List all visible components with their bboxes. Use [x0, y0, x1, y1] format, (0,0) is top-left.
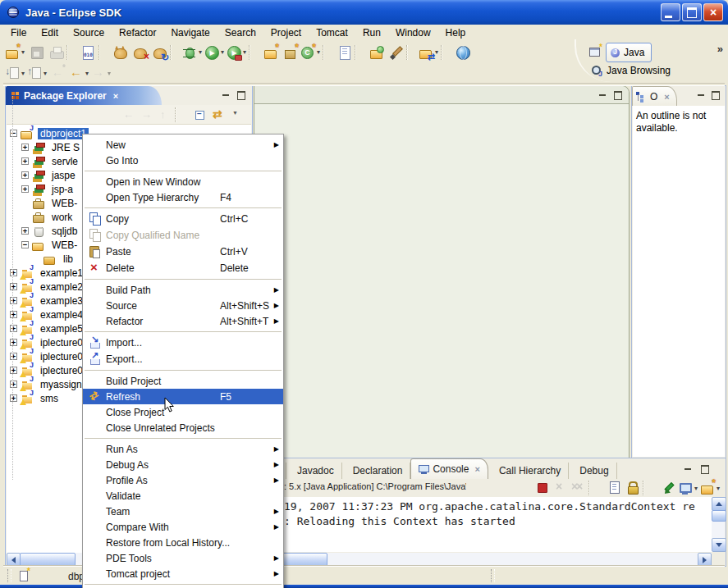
new-class-icon[interactable]: ▾	[300, 43, 323, 62]
pe-up-icon[interactable]	[156, 107, 174, 123]
tree-expander[interactable]: +	[10, 297, 17, 304]
menu-run[interactable]: Run	[355, 25, 388, 40]
menu-navigate[interactable]: Navigate	[163, 25, 217, 40]
menu-item-validate[interactable]: Validate	[83, 488, 283, 504]
tree-expander[interactable]: +	[10, 353, 17, 360]
dropdown-arrow-icon[interactable]: ▾	[243, 48, 249, 56]
outline-tab[interactable]: O ×	[632, 86, 677, 106]
menu-item-separator[interactable]	[83, 205, 283, 211]
menu-search[interactable]: Search	[217, 25, 263, 40]
tree-expander[interactable]: +	[10, 311, 17, 318]
save-icon[interactable]	[27, 43, 47, 62]
minimize-window-button[interactable]	[661, 3, 680, 21]
tree-expander[interactable]: +	[10, 325, 17, 332]
tree-expander[interactable]: +	[21, 144, 29, 151]
run-icon[interactable]: ▾	[204, 43, 227, 62]
clear-console-icon[interactable]	[606, 479, 624, 497]
toolbar-separator[interactable]	[98, 43, 111, 62]
perspective-overflow-chevron[interactable]: »	[717, 43, 721, 55]
maximize-view-button[interactable]	[236, 91, 245, 99]
menu-item-build-project[interactable]: Build Project	[83, 373, 283, 389]
menu-item-tomcat-project[interactable]: Tomcat project ▶	[83, 566, 283, 581]
tree-expander[interactable]: +	[21, 171, 29, 179]
tree-expander[interactable]: +	[21, 185, 29, 193]
open-console-icon[interactable]: ▾	[700, 479, 722, 497]
team-sync-icon[interactable]: ▾	[419, 43, 441, 62]
menu-item-close-project[interactable]: Close Project	[83, 404, 283, 420]
view-menu-icon[interactable]	[228, 107, 246, 123]
tree-expander[interactable]: +	[10, 381, 17, 388]
dropdown-arrow-icon[interactable]: ▾	[317, 48, 323, 56]
print-icon[interactable]	[47, 43, 66, 62]
menu-item-refactor[interactable]: Refactor Alt+Shift+T ▶	[83, 313, 283, 329]
menu-item-export[interactable]: Export...	[83, 351, 283, 367]
maximize-view-button[interactable]	[711, 91, 720, 99]
menu-item-separator[interactable]	[83, 435, 283, 441]
menu-item-close-unrelated-projects[interactable]: Close Unrelated Projects	[83, 420, 283, 435]
toolbar-separator[interactable]	[170, 43, 182, 62]
remove-all-icon[interactable]	[570, 479, 588, 497]
menu-item-paste[interactable]: Paste Ctrl+V	[83, 244, 283, 260]
menu-item-team[interactable]: Team ▶	[83, 504, 283, 519]
menu-project[interactable]: Project	[263, 25, 309, 40]
tree-expander[interactable]: +	[10, 339, 17, 346]
remove-launch-icon[interactable]	[552, 479, 570, 497]
pe-back-icon[interactable]	[120, 107, 138, 123]
tree-expander[interactable]: +	[21, 157, 29, 165]
minimize-editor-button[interactable]	[598, 91, 607, 99]
pin-console-icon[interactable]	[660, 479, 678, 497]
tree-expander[interactable]: +	[21, 227, 29, 235]
menu-window[interactable]: Window	[388, 25, 438, 40]
tab-debug[interactable]: Debug	[569, 463, 616, 479]
console-toolbar-separator[interactable]	[642, 479, 660, 497]
link-editor-icon[interactable]	[210, 107, 228, 123]
menu-help[interactable]: Help	[438, 25, 474, 40]
tree-expander[interactable]: −	[10, 130, 17, 137]
new-java-project-icon[interactable]	[261, 43, 281, 62]
display-console-icon[interactable]: ▾	[678, 479, 700, 497]
console-hscrollbar[interactable]	[255, 553, 712, 565]
menu-item-open-in-new-window[interactable]: Open in New Window	[83, 174, 283, 189]
menu-item-import[interactable]: Import...	[83, 335, 283, 351]
menu-item-build-path[interactable]: Build Path ▶	[83, 282, 283, 298]
back-icon[interactable]: ▾	[69, 63, 91, 83]
menu-item-separator[interactable]	[83, 168, 283, 174]
console-vscrollbar[interactable]	[712, 497, 725, 552]
scroll-left-icon[interactable]	[7, 553, 21, 567]
status-grip[interactable]	[491, 569, 495, 582]
minimize-view-button[interactable]	[222, 91, 231, 99]
new-package-icon[interactable]	[281, 43, 300, 62]
menu-item-separator[interactable]	[83, 367, 283, 373]
package-explorer-tab[interactable]: Package Explorer ×	[6, 86, 162, 105]
menu-tomcat[interactable]: Tomcat	[309, 25, 355, 40]
toolbar-separator[interactable]	[355, 43, 367, 62]
tomcat-start-icon[interactable]	[111, 43, 130, 62]
tree-expander[interactable]: +	[10, 283, 17, 290]
dropdown-arrow-icon[interactable]: ▾	[43, 70, 49, 77]
menu-item-refresh[interactable]: Refresh F5	[83, 389, 283, 404]
menu-item-copy[interactable]: Copy Ctrl+C	[83, 211, 283, 227]
menu-item-source[interactable]: Source Alt+Shift+S ▶	[83, 298, 283, 313]
dropdown-arrow-icon[interactable]: ▾	[108, 70, 113, 77]
menu-item-open-type-hierarchy[interactable]: Open Type Hierarchy F4	[83, 189, 283, 205]
maximize-window-button[interactable]	[682, 3, 702, 21]
close-window-button[interactable]	[703, 3, 723, 21]
menu-item-separator[interactable]	[83, 276, 283, 282]
last-edit-icon[interactable]	[49, 63, 69, 83]
binary-file-icon[interactable]	[79, 43, 98, 62]
close-view-icon[interactable]: ×	[664, 92, 669, 102]
tab-call-hierarchy[interactable]: Call Hierarchy	[488, 463, 569, 479]
minimize-view-button[interactable]	[697, 91, 706, 99]
debug-icon[interactable]: ▾	[182, 43, 204, 62]
toolbar-separator[interactable]	[66, 43, 79, 62]
external-tools-icon[interactable]: ▾	[227, 43, 249, 62]
tree-expander[interactable]: +	[10, 269, 17, 276]
tomcat-stop-icon[interactable]	[130, 43, 150, 62]
maximize-view-button[interactable]	[700, 465, 709, 473]
annotation-brush-icon[interactable]	[387, 43, 406, 62]
menu-refactor[interactable]: Refactor	[112, 25, 163, 40]
menu-item-debug-as[interactable]: Debug As ▶	[83, 457, 283, 472]
dropdown-arrow-icon[interactable]: ▾	[21, 70, 27, 77]
dropdown-arrow-icon[interactable]: ▾	[717, 485, 722, 492]
new-wizard-icon[interactable]: ▾	[5, 43, 27, 62]
